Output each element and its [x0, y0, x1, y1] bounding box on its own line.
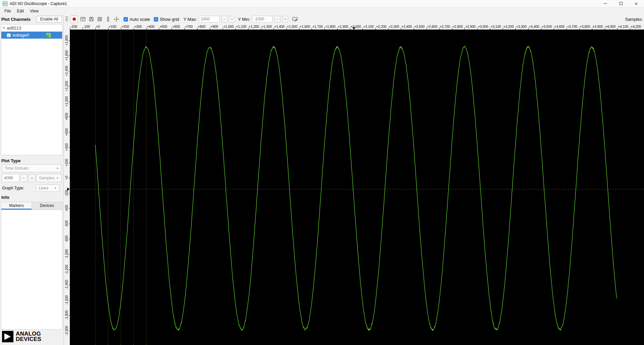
- x-axis-tick-label: +2,900: [465, 25, 475, 29]
- x-axis-tick-label: +900: [211, 25, 218, 29]
- x-axis-tick-label: +1,500: [287, 25, 297, 29]
- content: Plot Channels Enable All ▼ ad9213 ✓ volt…: [0, 15, 644, 345]
- maximize-icon: [619, 2, 623, 5]
- toolbar-drag-handle[interactable]: [65, 16, 68, 22]
- x-axis-tick-label: +1,600: [300, 25, 310, 29]
- graph-type-value: Lines: [39, 186, 48, 190]
- sample-count-increment-button[interactable]: +: [28, 174, 36, 182]
- tree-device-ad9213[interactable]: ▼ ad9213: [1, 25, 62, 32]
- x-axis-tick-label: +500: [159, 25, 167, 29]
- sidebar-header: Plot Channels Enable All: [0, 15, 63, 24]
- save-button[interactable]: [88, 16, 95, 23]
- close-icon: ×: [635, 1, 638, 6]
- info-tabs: Markers Devices: [1, 202, 62, 210]
- x-axis-tick-label: +2,300: [389, 25, 399, 29]
- waveform-voltage0: [95, 46, 617, 331]
- sample-unit-select[interactable]: Samples ▼: [36, 174, 61, 182]
- pan-button[interactable]: [113, 16, 120, 23]
- maximize-button[interactable]: [613, 0, 629, 7]
- adi-logo-mark: [2, 331, 13, 342]
- channel-name: voltage0: [12, 33, 29, 38]
- show-grid-checkbox[interactable]: ✓: [154, 17, 158, 21]
- y-max-input[interactable]: [199, 16, 220, 23]
- x-axis-tick-label: +3,800: [580, 25, 590, 29]
- chevron-down-icon: ▼: [56, 177, 59, 180]
- menu-item-view[interactable]: View: [27, 8, 42, 14]
- y-min-increment-button[interactable]: +: [282, 16, 288, 23]
- auto-scale-checkbox[interactable]: ✓: [124, 17, 128, 21]
- tab-markers[interactable]: Markers: [1, 202, 32, 210]
- grid-view-button[interactable]: [96, 16, 103, 23]
- enable-all-button[interactable]: Enable All: [36, 16, 62, 23]
- plot-type-label: Plot Type: [1, 158, 62, 163]
- x-axis-tick-label: +1,300: [262, 25, 272, 29]
- oscilloscope-plot[interactable]: [70, 30, 644, 345]
- x-axis-tick-label: +1,400: [274, 25, 285, 29]
- y-max-decrement-button[interactable]: −: [221, 16, 227, 23]
- adi-logo-line2: DEVICES: [16, 337, 41, 342]
- tree-channel-voltage0[interactable]: ✓ voltage0: [1, 32, 62, 39]
- x-axis-tick-label: +200: [122, 25, 129, 29]
- x-axis-tick-label: +1,700: [312, 25, 323, 29]
- x-axis-tick-label: +1,800: [325, 25, 335, 29]
- capture-record-button[interactable]: [71, 15, 78, 23]
- x-axis-tick-label: +1,900: [338, 25, 348, 29]
- tab-devices[interactable]: Devices: [32, 202, 62, 210]
- top-marker-arrow[interactable]: [352, 27, 356, 30]
- x-axis-tick-label: +2,800: [453, 25, 463, 29]
- new-plot-button[interactable]: [80, 16, 86, 23]
- expander-icon[interactable]: ▼: [3, 27, 5, 30]
- x-axis-tick-label: +100: [109, 25, 117, 29]
- plot-type-select[interactable]: Time Domain ▼: [2, 164, 61, 172]
- y-min-decrement-button[interactable]: −: [274, 16, 280, 23]
- x-axis-tick-label: +700: [185, 25, 193, 29]
- x-axis-tick-label: +800: [198, 25, 205, 29]
- close-button[interactable]: ×: [629, 0, 644, 7]
- info-panel: [1, 210, 62, 330]
- app-window: ADI IIO Oscilloscope - Capture1 × FileEd…: [0, 0, 644, 345]
- x-axis-tick-label: +3,400: [529, 25, 539, 29]
- sample-count-input[interactable]: [2, 174, 19, 182]
- x-axis-tick-label: +3,900: [593, 25, 603, 29]
- graph-type-label: Graph Type:: [2, 186, 24, 190]
- x-axis-tick-label: +1,200: [249, 25, 259, 29]
- x-axis: -200-100+0+100+200+300+400+500+600+700+8…: [70, 24, 644, 30]
- sample-count-decrement-button[interactable]: −: [20, 174, 28, 182]
- menu-item-edit[interactable]: Edit: [14, 8, 27, 14]
- save-icon: [89, 16, 94, 22]
- level-marker-arrow[interactable]: [67, 187, 70, 191]
- channel-color-swatch[interactable]: [46, 33, 51, 37]
- info-label: Info: [1, 195, 62, 200]
- x-axis-tick-label: +0: [96, 25, 100, 29]
- menu-item-file[interactable]: File: [1, 8, 14, 14]
- x-axis-tick-label: +2,600: [427, 25, 438, 29]
- x-axis-tick-label: -200: [71, 25, 77, 29]
- y-max-label: Y Max:: [184, 17, 197, 22]
- y-min-input[interactable]: [252, 16, 273, 23]
- x-axis-tick-label: +2,400: [402, 25, 412, 29]
- x-axis-tick-label: +600: [172, 25, 180, 29]
- screenshot-button[interactable]: [292, 16, 298, 23]
- plot-column: -200-100+0+100+200+300+400+500+600+700+8…: [70, 24, 644, 345]
- x-axis-tick-label: +3,600: [554, 25, 565, 29]
- graph-type-select[interactable]: Lines ▼: [36, 184, 59, 192]
- channel-tree: ▼ ad9213 ✓ voltage0: [1, 24, 62, 155]
- x-axis-tick-label: +4,100: [618, 25, 628, 29]
- x-axis-tick-label: +400: [147, 25, 155, 29]
- y-min-label: Y Min:: [238, 17, 250, 22]
- app-icon: [3, 1, 7, 6]
- toolbar: ✓ Auto scale ✓ Show grid Y Max: − + Y Mi…: [64, 15, 644, 24]
- minimize-button[interactable]: [598, 0, 613, 7]
- x-axis-tick-label: +3,500: [542, 25, 552, 29]
- channel-checkbox[interactable]: ✓: [7, 33, 11, 37]
- move-crosshair-icon: [114, 16, 119, 22]
- menubar: FileEditView: [0, 7, 644, 15]
- x-axis-tick-label: +2,700: [440, 25, 450, 29]
- x-axis-unit-label: Samples: [625, 17, 642, 22]
- x-axis-tick-label: +3,100: [491, 25, 501, 29]
- x-axis-tick-label: +3,200: [503, 25, 514, 29]
- scale-button[interactable]: [105, 16, 111, 23]
- minimize-icon: [604, 3, 607, 4]
- y-max-increment-button[interactable]: +: [229, 16, 235, 23]
- waveform-svg: [70, 30, 644, 345]
